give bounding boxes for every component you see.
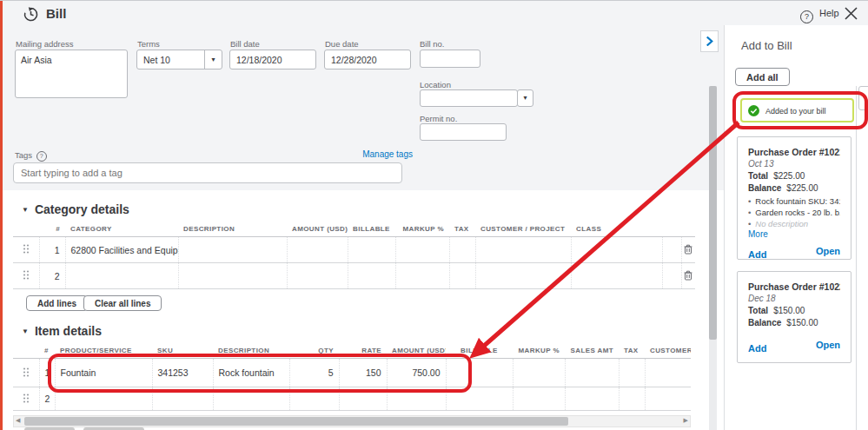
bill-no-label: Bill no. <box>420 39 445 49</box>
category-row: 1 62800 Facilities and Equipment <box>13 237 695 263</box>
col-num: # <box>39 343 55 359</box>
col-description: DESCRIPTION <box>178 222 287 237</box>
drag-handle-icon[interactable] <box>13 263 39 289</box>
category-row: 2 <box>13 263 695 289</box>
po-total-value: $150.00 <box>773 306 805 315</box>
due-date-field[interactable]: 12/28/2020 <box>324 50 411 69</box>
scroll-right-icon[interactable]: ▶ <box>684 417 688 424</box>
po-balance-label: Balance <box>748 318 781 327</box>
panel-right-scroll-thumb[interactable] <box>858 86 868 110</box>
po-add-link[interactable]: Add <box>748 249 766 260</box>
tags-input[interactable] <box>13 162 402 183</box>
col-class: CLASS <box>571 222 662 237</box>
permit-no-field[interactable] <box>420 123 507 141</box>
category-details-title: Category details <box>35 202 129 216</box>
permit-no-label: Permit no. <box>420 114 457 123</box>
po-date: Oct 13 <box>748 159 840 169</box>
location-label: Location <box>420 80 451 89</box>
po-balance-label: Balance <box>748 183 781 193</box>
help-icon: ? <box>800 10 813 23</box>
add-all-button[interactable]: Add all <box>735 68 790 86</box>
col-customer: CUSTOMER / PI <box>645 343 691 359</box>
col-billable: BILLABLE <box>348 222 395 237</box>
col-billable: BILLABLE <box>446 343 513 359</box>
terms-label: Terms <box>137 39 160 49</box>
chevron-right-icon <box>706 36 713 46</box>
panel-right-divider <box>856 86 857 430</box>
col-amount: AMOUNT (USD) <box>387 343 446 359</box>
category-details-header[interactable]: ▼Category details <box>22 202 129 217</box>
topbar <box>0 1 868 25</box>
item-row: 2 <box>13 387 691 411</box>
col-sku: SKU <box>152 343 213 359</box>
terms-dropdown-arrow[interactable]: ▾ <box>204 50 222 69</box>
po-date: Dec 18 <box>748 294 840 303</box>
close-icon[interactable] <box>844 6 858 21</box>
mailing-address-value: Air Asia <box>16 50 127 69</box>
success-check-icon <box>748 105 759 116</box>
horizontal-scrollbar-thumb[interactable] <box>24 417 568 426</box>
due-date-label: Due date <box>325 39 359 49</box>
help-button[interactable]: ? Help <box>800 8 839 23</box>
category-details-table: # CATEGORY DESCRIPTION AMOUNT (USD) BILL… <box>13 222 695 289</box>
horizontal-scrollbar[interactable]: ◀ ▶ <box>13 415 691 427</box>
vertical-scrollbar-thumb[interactable] <box>709 86 717 340</box>
drag-handle-icon[interactable] <box>13 387 39 411</box>
purchase-order-card: Purchase Order #1022 Dec 18 Total$150.00… <box>737 271 851 363</box>
item-details-header[interactable]: ▼Item details <box>22 323 102 339</box>
scroll-left-icon[interactable]: ◀ <box>16 417 20 424</box>
col-markup: MARKUP % <box>513 343 565 359</box>
po-balance-value: $225.00 <box>786 183 818 193</box>
drag-handle-icon[interactable] <box>13 237 39 263</box>
item-details-title: Item details <box>35 324 102 338</box>
drag-handle-icon[interactable] <box>13 359 39 387</box>
po-no-description: No description <box>755 219 808 228</box>
tags-help-icon: ? <box>36 151 47 162</box>
col-product: PRODUCT/SERVICE <box>55 343 152 359</box>
bill-icon <box>23 6 39 23</box>
col-category: CATEGORY <box>65 222 178 237</box>
added-notification: Added to your bill <box>740 98 854 122</box>
item-row: 1 Fountain 341253 Rock fountain 5 150 75… <box>13 359 691 387</box>
collapse-panel-button[interactable] <box>700 30 719 52</box>
po-total-value: $225.00 <box>773 171 805 181</box>
col-customer: CUSTOMER / PROJECT <box>475 222 571 237</box>
panel-title: Add to Bill <box>741 39 792 52</box>
po-title: Purchase Order #1021 <box>748 147 840 157</box>
left-edge-strip <box>0 1 3 430</box>
trash-icon[interactable] <box>681 237 695 263</box>
bill-no-field[interactable] <box>420 50 480 68</box>
bill-date-field[interactable]: 12/18/2020 <box>229 50 316 69</box>
purchase-order-card: Purchase Order #1021 Oct 13 Total$225.00… <box>737 136 851 260</box>
po-total-label: Total <box>748 171 768 181</box>
mailing-address-field[interactable]: Air Asia <box>15 50 128 98</box>
category-header-row: # CATEGORY DESCRIPTION AMOUNT (USD) BILL… <box>13 222 695 237</box>
po-open-link[interactable]: Open <box>816 246 840 256</box>
po-add-link[interactable]: Add <box>748 343 766 354</box>
help-label: Help <box>819 8 839 18</box>
add-lines-button[interactable]: Add lines <box>26 295 88 311</box>
col-num: # <box>39 222 65 237</box>
po-balance-value: $150.00 <box>786 318 818 327</box>
po-line-item: Rock fountain SKU: 341... <box>755 196 840 206</box>
po-total-label: Total <box>748 306 768 315</box>
terms-select[interactable]: Net 10 ▾ <box>136 50 222 69</box>
po-open-link[interactable]: Open <box>816 340 840 350</box>
mailing-address-label: Mailing address <box>16 39 74 49</box>
item-header-row: # PRODUCT/SERVICE SKU DESCRIPTION QTY RA… <box>13 343 691 359</box>
more-link[interactable]: More <box>748 229 840 239</box>
bill-date-label: Bill date <box>230 39 260 49</box>
col-amount: AMOUNT (USD) <box>287 222 348 237</box>
collapse-triangle-icon: ▼ <box>22 206 29 214</box>
location-field[interactable] <box>420 89 518 107</box>
category-cell[interactable]: 62800 Facilities and Equipment <box>65 237 178 263</box>
clear-all-lines-button[interactable]: Clear all lines <box>83 295 162 311</box>
col-rate: RATE <box>339 343 387 359</box>
due-date-value: 12/28/2020 <box>325 50 410 69</box>
manage-tags-link[interactable]: Manage tags <box>354 149 413 159</box>
trash-icon[interactable] <box>681 263 695 289</box>
product-cell[interactable]: Fountain <box>55 359 152 387</box>
col-sales-amt: SALES AMT <box>565 343 619 359</box>
col-markup: MARKUP % <box>395 222 449 237</box>
location-dropdown-arrow[interactable]: ▾ <box>517 89 533 107</box>
